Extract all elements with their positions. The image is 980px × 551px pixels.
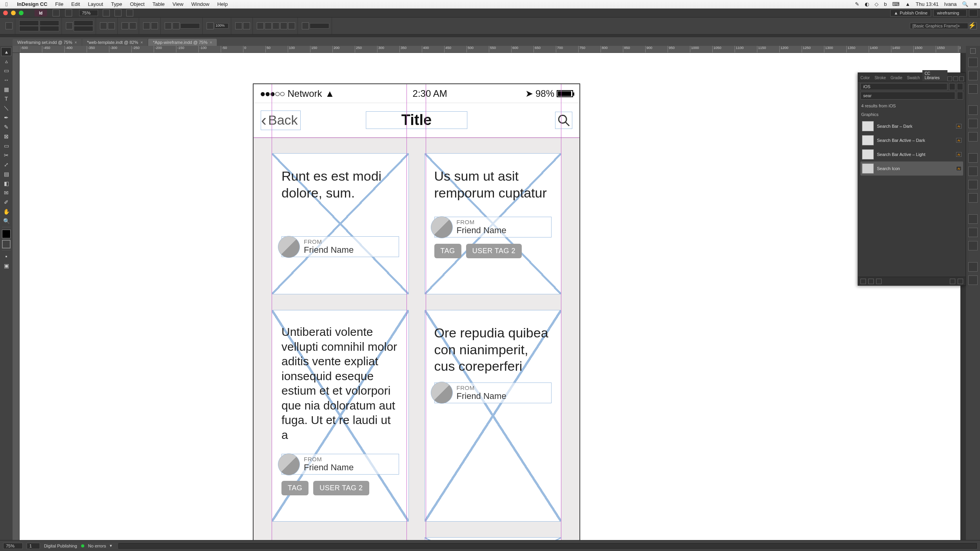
- wifi-icon[interactable]: ▲: [905, 1, 910, 7]
- add-content-icon[interactable]: [868, 279, 874, 284]
- color-panel-icon[interactable]: [968, 119, 978, 128]
- drop-shadow-icon[interactable]: [235, 22, 242, 29]
- menu-view[interactable]: View: [169, 1, 187, 7]
- character-panel-icon[interactable]: [968, 180, 978, 189]
- scissors-tool-icon[interactable]: ✂: [1, 151, 11, 160]
- panel-tab-gradient[interactable]: Gradie: [888, 74, 905, 81]
- library-select[interactable]: iOS: [860, 83, 947, 90]
- zoom-tool-icon[interactable]: 🔍: [1, 217, 11, 225]
- preflight-status-icon[interactable]: [81, 544, 84, 547]
- selection-tool-icon[interactable]: ▴: [1, 47, 11, 56]
- column-guide[interactable]: [561, 84, 561, 540]
- artboard-page[interactable]: ●●●○○ Network ▲ 2:30 AM ➤ 98% ‹ Back Tit…: [253, 84, 580, 540]
- document-tab[interactable]: *App-wireframe.indd @ 75%×: [148, 39, 217, 46]
- panel-tab-stroke[interactable]: Stroke: [872, 74, 888, 81]
- page-tool-icon[interactable]: ▭: [1, 66, 11, 75]
- select-container-icon[interactable]: [143, 22, 150, 29]
- from-block[interactable]: FROM Friend Name: [434, 382, 552, 403]
- nav-title[interactable]: Title: [366, 111, 467, 129]
- library-list-view-icon[interactable]: [949, 83, 955, 90]
- window-close-icon[interactable]: [3, 11, 8, 15]
- stroke-color-swatch[interactable]: [2, 240, 11, 248]
- page-nav-select[interactable]: 1: [27, 543, 40, 549]
- horizontal-ruler[interactable]: -500-450-400-350-300-250-200-150-100-500…: [20, 46, 960, 53]
- menu-file[interactable]: File: [51, 1, 67, 7]
- document-tab[interactable]: *web-template.indt @ 82%×: [82, 39, 147, 46]
- window-zoom-icon[interactable]: [19, 11, 24, 15]
- menu-window[interactable]: Window: [187, 1, 213, 7]
- direct-selection-tool-icon[interactable]: ▵: [1, 57, 11, 65]
- from-block[interactable]: FROM Friend Name: [281, 454, 399, 475]
- expand-panels-icon[interactable]: [970, 48, 976, 54]
- library-grid-view-icon[interactable]: [957, 83, 963, 90]
- close-tab-icon[interactable]: ×: [140, 40, 143, 45]
- line-tool-icon[interactable]: ＼: [1, 104, 11, 112]
- fill-color-swatch[interactable]: [2, 230, 11, 238]
- screen-mode-icon[interactable]: [114, 9, 122, 16]
- vertical-ruler[interactable]: [13, 53, 20, 540]
- hand-tool-icon[interactable]: ✋: [1, 207, 11, 216]
- content-collector-tool-icon[interactable]: ▦: [1, 85, 11, 94]
- text-wrap-jump-icon[interactable]: [280, 22, 287, 29]
- gap-tool-icon[interactable]: ↔: [1, 76, 11, 84]
- gradient-swatch-tool-icon[interactable]: ▤: [1, 170, 11, 178]
- tag-chip[interactable]: TAG: [434, 244, 461, 258]
- scale-x-field[interactable]: [66, 22, 73, 29]
- document-canvas[interactable]: ●●●○○ Network ▲ 2:30 AM ➤ 98% ‹ Back Tit…: [20, 53, 960, 540]
- corner-radius-field[interactable]: [310, 23, 329, 29]
- pathfinder-panel-icon[interactable]: [968, 241, 978, 250]
- stock-icon[interactable]: [65, 9, 72, 16]
- swatches-panel-icon[interactable]: [968, 132, 978, 141]
- arrange-docs-icon[interactable]: [126, 9, 133, 16]
- text-wrap-shape-icon[interactable]: [272, 22, 279, 29]
- pages-panel-icon[interactable]: [968, 58, 978, 67]
- column-guide[interactable]: [407, 84, 407, 540]
- apple-menu-icon[interactable]: : [0, 1, 13, 7]
- gradient-feather-tool-icon[interactable]: ◧: [1, 179, 11, 188]
- bridge-icon[interactable]: [53, 9, 60, 16]
- panel-tab-cc-libraries[interactable]: CC Libraries: [922, 70, 947, 81]
- show-items-info-icon[interactable]: [860, 279, 866, 284]
- library-item[interactable]: Search Bar Active – Light Ai: [860, 147, 963, 161]
- panel-tab-swatches[interactable]: Swatch: [905, 74, 922, 81]
- rotate-field[interactable]: [100, 22, 107, 29]
- object-styles-panel-icon[interactable]: [968, 214, 978, 224]
- rectangle-frame-tool-icon[interactable]: ⊠: [1, 132, 11, 141]
- panel-tab-color[interactable]: Color: [858, 74, 872, 81]
- back-button[interactable]: ‹ Back: [261, 111, 301, 130]
- tag-chip[interactable]: USER TAG 2: [466, 244, 522, 258]
- quick-apply-icon[interactable]: ⚡: [968, 22, 977, 30]
- screen-mode-normal-icon[interactable]: ▣: [1, 261, 11, 270]
- libraries-sync-icon[interactable]: [876, 279, 882, 284]
- feed-card[interactable]: Ehentior ehendem asitas ata eturerc hili…: [425, 537, 562, 540]
- note-tool-icon[interactable]: ✉: [1, 188, 11, 197]
- nav-search-button[interactable]: [555, 112, 572, 129]
- library-item[interactable]: Search Bar Active – Dark Ai: [860, 133, 963, 147]
- evernote-icon[interactable]: ✎: [855, 1, 859, 7]
- layers-panel-icon[interactable]: [968, 71, 978, 80]
- corner-options-icon[interactable]: [302, 22, 309, 29]
- window-minimize-icon[interactable]: [11, 11, 16, 15]
- creative-cloud-icon[interactable]: ◐: [865, 1, 869, 7]
- indesign-home-icon[interactable]: Id: [34, 9, 47, 16]
- from-block[interactable]: FROM Friend Name: [434, 217, 552, 237]
- ruler-origin[interactable]: [13, 46, 20, 53]
- flip-vertical-icon[interactable]: [129, 22, 136, 29]
- publish-online-button[interactable]: ▲ Publish Online: [890, 9, 931, 16]
- workspace-select[interactable]: wireframing: [933, 9, 967, 16]
- pen-tool-icon[interactable]: ✒: [1, 113, 11, 122]
- eyedropper-tool-icon[interactable]: ✐: [1, 198, 11, 207]
- stroke-panel-icon[interactable]: [968, 105, 978, 115]
- rectangle-tool-icon[interactable]: ▭: [1, 141, 11, 150]
- paragraph-styles-panel-icon[interactable]: [968, 167, 978, 176]
- help-search-input[interactable]: [969, 9, 978, 16]
- view-options-icon[interactable]: [103, 9, 110, 16]
- notification-center-icon[interactable]: ≡: [974, 1, 977, 7]
- panel-close-icon[interactable]: [953, 76, 958, 81]
- column-guide[interactable]: [272, 84, 272, 540]
- tag-chip[interactable]: USER TAG 2: [313, 481, 369, 495]
- delete-asset-icon[interactable]: [958, 279, 963, 284]
- panel-dock-handle[interactable]: [0, 34, 980, 37]
- menu-help[interactable]: Help: [213, 1, 232, 7]
- zoom-level-select[interactable]: 75%: [79, 10, 98, 16]
